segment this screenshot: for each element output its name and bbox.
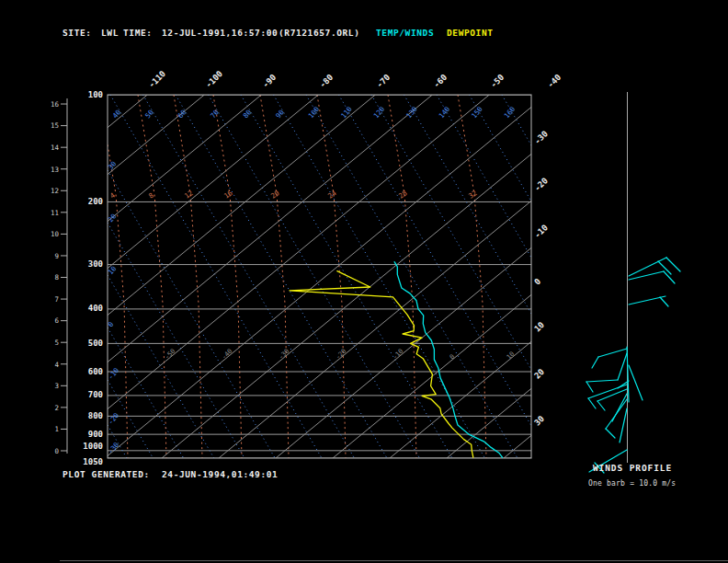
isotherm-label-right: -10 xyxy=(532,223,550,240)
site-label: SITE: xyxy=(63,28,92,38)
dry-adiabat-line xyxy=(176,95,387,458)
moist-adiabat-lines xyxy=(99,95,486,458)
pressure-label: 200 xyxy=(88,197,103,206)
isotherm-labels-inline: -50-40-30-20-10010 xyxy=(164,348,517,362)
dewpoint-trace-line xyxy=(290,271,473,458)
dry-adiabat-line xyxy=(110,95,322,458)
dry-adiabat-line xyxy=(143,95,355,458)
moist-adiabat-line xyxy=(458,95,486,458)
height-tick-label: 7 xyxy=(54,295,59,304)
legend-dewpoint: DEWPOINT xyxy=(447,28,494,38)
dry-adiabat-label-top: 70 xyxy=(209,108,221,120)
dry-adiabat-label-top: 120 xyxy=(372,105,387,121)
isotherm-label-right: 0 xyxy=(532,277,542,287)
isotherm-label-inline: -20 xyxy=(335,348,348,362)
isotherm-label-top: -90 xyxy=(261,73,279,90)
height-tick-label: 4 xyxy=(54,361,59,369)
wind-barb-segment xyxy=(597,401,605,410)
isotherm-labels-top: -110-100-90-80-70-60-50-40 xyxy=(147,69,563,89)
isotherm-label-inline: -40 xyxy=(221,348,234,362)
isotherm-labels-right: -30-20-100102030 xyxy=(532,129,550,427)
isotherm-line xyxy=(390,95,728,458)
dry-adiabat-label-top: 50 xyxy=(143,108,155,120)
wind-barb-segment xyxy=(598,349,627,357)
pressure-axis-labels: 10020030040050060070080090010001050 xyxy=(83,90,103,466)
dry-adiabat-line xyxy=(437,95,648,458)
isotherm-label-inline: -50 xyxy=(164,348,177,362)
dry-adiabat-line xyxy=(339,95,551,458)
isotherm-line xyxy=(276,95,717,458)
footer: PLOT GENERATED: 24-JUN-1994,01:49:01 xyxy=(63,469,278,479)
isotherm-line xyxy=(48,95,489,458)
pressure-label: 400 xyxy=(88,304,103,313)
wind-barb-segment xyxy=(586,382,593,392)
moist-adiabat-label: 16 xyxy=(222,189,234,201)
pressure-label: 500 xyxy=(88,339,103,348)
isotherm-line xyxy=(504,95,728,458)
time-label: TIME: xyxy=(123,28,153,38)
dry-adiabat-line xyxy=(108,170,275,458)
height-tick-label: 14 xyxy=(51,144,60,152)
temperature-trace xyxy=(394,262,502,458)
wind-barb-segment xyxy=(666,258,680,271)
isotherm-label-inline: -10 xyxy=(392,348,405,362)
temp-trace-line xyxy=(394,262,502,458)
height-tick-label: 15 xyxy=(51,121,59,130)
isotherm-label-top: -40 xyxy=(546,73,563,90)
height-tick-label: 9 xyxy=(54,252,59,260)
wind-barb-segment xyxy=(660,297,668,306)
height-tick-label: 2 xyxy=(54,404,59,412)
height-tick-label: 3 xyxy=(54,382,59,390)
pressure-label: 300 xyxy=(88,259,103,269)
moist-adiabat-labels: 48121620242832 xyxy=(108,189,479,201)
dry-adiabat-line xyxy=(108,223,245,458)
dry-adiabat-line xyxy=(241,95,452,458)
height-tick-label: 8 xyxy=(54,273,59,282)
wind-barb-segment xyxy=(592,357,598,368)
dry-adiabat-label-top: 90 xyxy=(274,108,286,120)
dry-adiabat-label-top: 110 xyxy=(339,105,354,121)
wind-barb-segment xyxy=(629,271,664,280)
height-tick-label: 16 xyxy=(51,100,60,109)
height-tick-label: 11 xyxy=(51,209,59,217)
pressure-label: 800 xyxy=(88,411,103,420)
height-axis: 012345678910111213141516 xyxy=(51,98,67,455)
dry-adiabat-label-top: 40 xyxy=(111,108,123,120)
isotherm-lines xyxy=(0,95,728,458)
height-tick-label: 0 xyxy=(54,447,59,455)
height-tick-label: 12 xyxy=(51,187,59,195)
dry-adiabat-label-left: -30 xyxy=(107,441,121,456)
dry-adiabat-label-left: -10 xyxy=(107,366,121,382)
moist-adiabat-line xyxy=(388,95,416,458)
dry-adiabat-line xyxy=(470,95,681,458)
dry-adiabat-line xyxy=(209,95,420,458)
pressure-label: 900 xyxy=(88,430,103,439)
isotherm-line xyxy=(219,95,660,458)
dry-adiabat-label-left: 10 xyxy=(107,264,119,276)
isotherm-label-top: -100 xyxy=(204,69,224,89)
wind-barb-segment xyxy=(664,271,675,283)
wind-barb-segment xyxy=(629,365,643,400)
height-tick-label: 13 xyxy=(51,166,59,174)
pressure-label: 100 xyxy=(88,90,103,99)
wind-barb-segment xyxy=(597,389,627,401)
dry-adiabat-labels: 4050607080901001101201301401501603020100… xyxy=(107,105,518,456)
isotherm-label-inline: 10 xyxy=(506,350,517,362)
wind-barb-segment xyxy=(586,380,618,382)
pressure-label: 700 xyxy=(88,390,103,399)
pressure-label: 1000 xyxy=(83,442,103,451)
dry-adiabat-label-left: 30 xyxy=(107,159,119,171)
height-tick-label: 1 xyxy=(54,425,59,433)
site-value: LWL xyxy=(101,28,119,38)
plot-generated-value: 24-JUN-1994,01:49:01 xyxy=(162,469,278,479)
isotherm-label-right: 20 xyxy=(532,367,546,381)
wind-barb-segment xyxy=(606,429,615,438)
wind-barb-segment xyxy=(620,408,627,442)
dry-adiabat-line xyxy=(502,95,713,458)
dry-adiabat-line xyxy=(306,95,518,458)
height-tick-label: 6 xyxy=(54,316,59,325)
isotherm-line xyxy=(447,95,728,458)
height-tick-label: 10 xyxy=(51,230,60,238)
wind-barb-segment xyxy=(629,258,666,276)
dry-adiabat-label-left: -20 xyxy=(107,411,121,427)
